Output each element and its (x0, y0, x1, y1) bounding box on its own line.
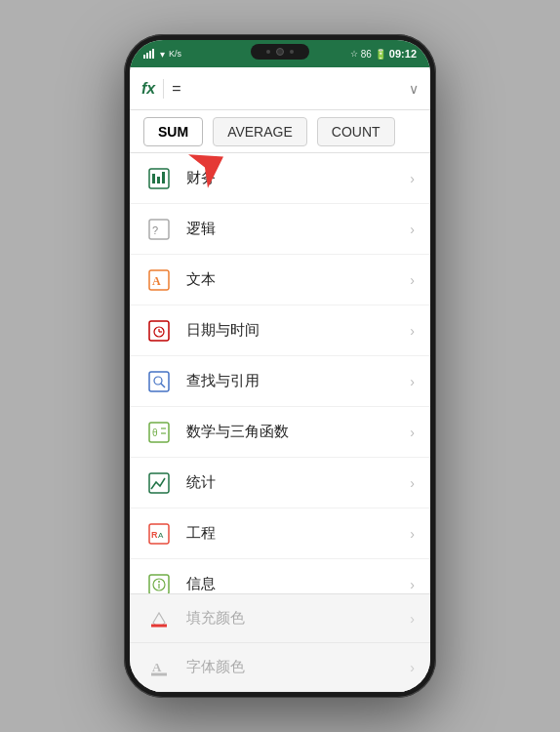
stats-label: 统计 (186, 473, 410, 492)
math-label: 数学与三角函数 (186, 423, 410, 441)
fill-color-icon (145, 605, 173, 632)
formula-input[interactable]: = (172, 80, 409, 98)
svg-text:A: A (152, 660, 162, 674)
font-color-label: 字体颜色 (186, 658, 410, 676)
finance-icon (145, 165, 173, 192)
time-display: 09:12 (389, 48, 417, 60)
divider (163, 79, 164, 99)
svg-text:A: A (152, 274, 161, 288)
category-engineering[interactable]: R A 工程 › (130, 508, 430, 559)
wifi-icon: ▾ (160, 49, 165, 60)
font-color-icon: A (145, 654, 173, 681)
info-icon (145, 571, 173, 594)
svg-rect-3 (157, 177, 160, 183)
function-tabs: SUM AVERAGE COUNT (130, 110, 430, 153)
engineering-label: 工程 (186, 524, 410, 543)
svg-marker-0 (188, 140, 233, 188)
info-arrow: › (410, 577, 415, 592)
svg-text:?: ? (152, 224, 158, 236)
engineering-icon: R A (145, 520, 173, 548)
svg-text:A: A (158, 531, 164, 540)
category-finance[interactable]: 财务 › (130, 153, 430, 204)
svg-rect-4 (162, 172, 165, 183)
fill-color-label: 填充颜色 (186, 609, 410, 628)
status-left: ▾ K/s (143, 49, 181, 60)
datetime-icon (145, 317, 173, 345)
logic-arrow: › (410, 222, 415, 237)
svg-point-14 (154, 377, 162, 385)
svg-rect-13 (149, 372, 169, 391)
datetime-arrow: › (410, 323, 415, 339)
formula-bar: fx = ∨ (130, 67, 430, 110)
battery-percent: 86 (361, 49, 372, 60)
speaker (266, 50, 270, 54)
svg-line-15 (161, 384, 165, 387)
speaker2 (290, 50, 294, 54)
math-arrow: › (410, 425, 415, 440)
finance-arrow: › (410, 171, 415, 186)
status-right: ☆ 86 🔋 09:12 (350, 48, 417, 60)
tab-count[interactable]: COUNT (317, 117, 395, 146)
text-icon: A (145, 266, 173, 294)
fill-color-arrow: › (410, 611, 415, 627)
category-list: 财务 › ? 逻辑 › A (130, 153, 430, 593)
svg-text:θ: θ (152, 427, 158, 438)
font-color-item[interactable]: A 字体颜色 › (130, 643, 430, 692)
battery-icon: 🔋 (375, 49, 386, 60)
category-stats[interactable]: 统计 › (130, 458, 430, 508)
svg-point-26 (158, 581, 160, 583)
logic-label: 逻辑 (186, 220, 410, 238)
engineering-arrow: › (410, 526, 415, 542)
math-icon: θ (145, 419, 173, 446)
text-label: 文本 (186, 270, 410, 289)
lookup-label: 查找与引用 (186, 372, 410, 390)
stats-icon (145, 469, 173, 497)
category-logic[interactable]: ? 逻辑 › (130, 204, 430, 255)
notification-icon: ☆ (350, 49, 358, 59)
info-label: 信息 (186, 575, 410, 593)
svg-text:R: R (151, 530, 158, 540)
bottom-section: 填充颜色 › A 字体颜色 › (130, 593, 430, 692)
svg-rect-20 (149, 473, 169, 493)
lookup-icon (145, 368, 173, 395)
fill-color-item[interactable]: 填充颜色 › (130, 594, 430, 643)
signal-icon (143, 49, 154, 59)
chevron-down-icon[interactable]: ∨ (409, 81, 419, 97)
screen: ▾ K/s ☆ 86 🔋 09:12 fx = ∨ SUM AVERAGE CO… (130, 40, 430, 692)
datetime-label: 日期与时间 (186, 321, 410, 340)
fx-label: fx (141, 80, 155, 98)
logic-icon: ? (145, 216, 173, 243)
network-speed: K/s (169, 49, 181, 59)
stats-arrow: › (410, 475, 415, 491)
category-text[interactable]: A 文本 › (130, 255, 430, 305)
text-arrow: › (410, 272, 415, 288)
lookup-arrow: › (410, 374, 415, 389)
camera (276, 48, 284, 56)
phone-frame: ▾ K/s ☆ 86 🔋 09:12 fx = ∨ SUM AVERAGE CO… (124, 34, 436, 698)
category-datetime[interactable]: 日期与时间 › (130, 305, 430, 356)
font-color-arrow: › (410, 660, 415, 675)
svg-rect-2 (152, 174, 155, 183)
category-info[interactable]: 信息 › (130, 559, 430, 593)
category-lookup[interactable]: 查找与引用 › (130, 356, 430, 407)
camera-notch (251, 44, 309, 60)
category-math[interactable]: θ 数学与三角函数 › (130, 407, 430, 458)
